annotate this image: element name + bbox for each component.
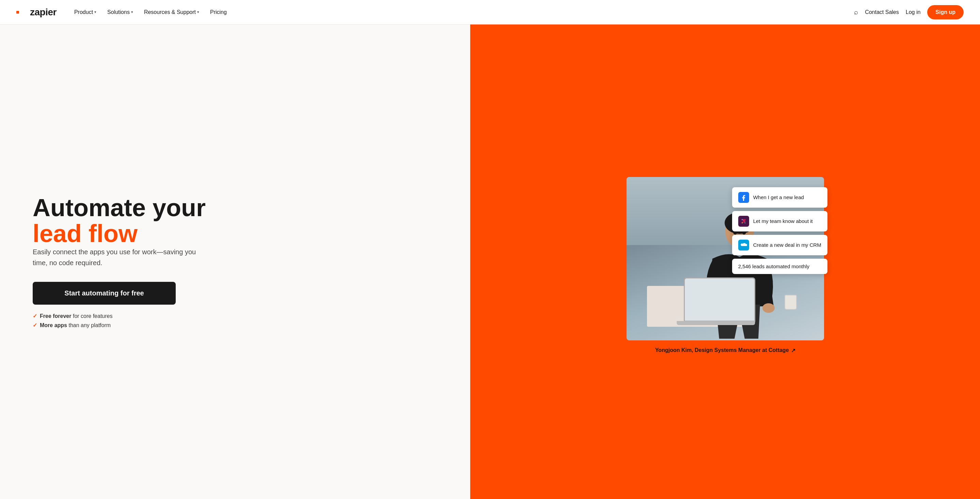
hero-subtext: Easily connect the apps you use for work…: [33, 246, 196, 268]
automation-card-slack: Let my team know about it: [732, 211, 827, 232]
nav-resources[interactable]: Resources & Support ▾: [140, 6, 203, 18]
laptop-base: [676, 321, 755, 325]
hero-heading: Automate your lead flow: [33, 195, 443, 246]
check-icon: ✓: [33, 313, 37, 319]
nav-pricing[interactable]: Pricing: [206, 6, 231, 18]
slack-icon: [738, 216, 749, 227]
slack-card-text: Let my team know about it: [753, 218, 813, 224]
svg-point-10: [741, 222, 743, 223]
chevron-down-icon: ▾: [94, 10, 96, 14]
logo-link[interactable]: zapier: [16, 7, 57, 18]
svg-point-11: [745, 219, 745, 220]
nav-solutions[interactable]: Solutions ▾: [103, 6, 137, 18]
nav-links: Product ▾ Solutions ▾ Resources & Suppor…: [70, 6, 854, 18]
automation-cards: When I get a new lead Let my team know a…: [732, 187, 827, 274]
hero-cta-button[interactable]: Start automating for free: [33, 282, 176, 305]
navigation: zapier Product ▾ Solutions ▾ Resources &…: [0, 0, 980, 24]
chevron-down-icon: ▾: [131, 10, 133, 14]
login-link[interactable]: Log in: [906, 9, 921, 15]
logo-text: zapier: [30, 7, 57, 18]
svg-point-5: [762, 303, 775, 313]
perk-apps: ✓ More apps than any platform: [33, 322, 443, 329]
hero-perks: ✓ Free forever for core features ✓ More …: [33, 313, 443, 329]
automation-card-salesforce: Create a new deal in my CRM: [732, 235, 827, 255]
laptop-screen-area: [684, 277, 755, 322]
stat-card: 2,546 leads automated monthly: [732, 259, 827, 274]
salesforce-icon: [738, 240, 749, 251]
trigger-card-text: When I get a new lead: [753, 194, 804, 200]
mug: [784, 295, 797, 310]
salesforce-card-text: Create a new deal in my CRM: [753, 242, 821, 248]
nav-right: ⌕ Contact Sales Log in Sign up: [854, 5, 964, 19]
hero-section: Automate your lead flow Easily connect t…: [0, 24, 980, 499]
signup-button[interactable]: Sign up: [927, 5, 964, 19]
svg-rect-0: [16, 11, 19, 14]
stat-card-text: 2,546 leads automated monthly: [738, 264, 810, 269]
perk-free: ✓ Free forever for core features: [33, 313, 443, 319]
facebook-icon: [738, 192, 749, 203]
caption-arrow-icon: ↗: [791, 347, 795, 354]
svg-point-8: [741, 219, 743, 220]
chevron-down-icon: ▾: [197, 10, 199, 14]
nav-product[interactable]: Product ▾: [70, 6, 100, 18]
search-icon[interactable]: ⌕: [854, 8, 858, 16]
caption-text: Yongjoon Kim, Design Systems Manager at …: [655, 347, 789, 353]
automation-card-trigger: When I get a new lead: [732, 187, 827, 208]
hero-caption: Yongjoon Kim, Design Systems Manager at …: [655, 347, 795, 354]
contact-sales-link[interactable]: Contact Sales: [865, 9, 899, 15]
zapier-logo-icon: [16, 8, 27, 16]
svg-point-9: [745, 222, 745, 223]
hero-left: Automate your lead flow Easily connect t…: [0, 24, 470, 499]
hero-right: When I get a new lead Let my team know a…: [470, 24, 980, 499]
check-icon: ✓: [33, 322, 37, 329]
hero-photo-wrapper: When I get a new lead Let my team know a…: [627, 177, 824, 340]
